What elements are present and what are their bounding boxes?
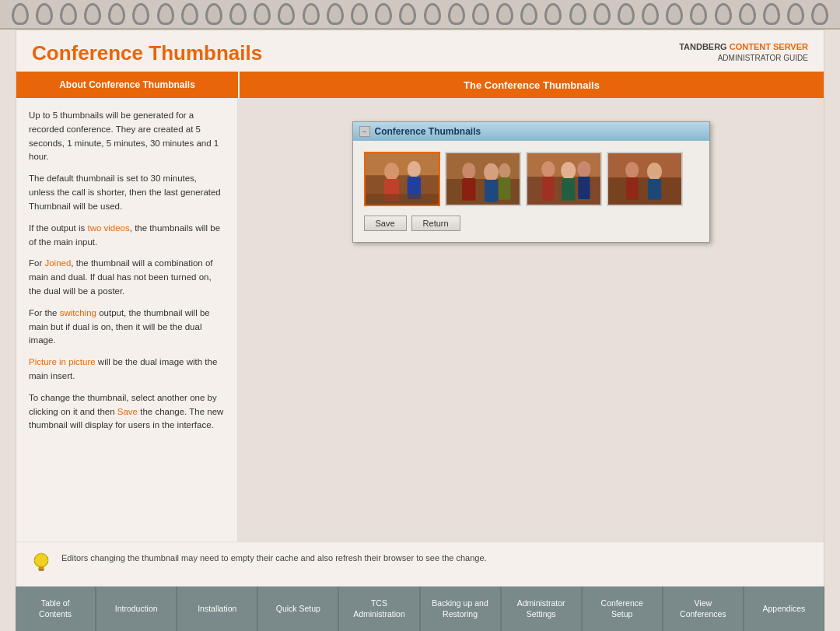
spiral-ring (399, 3, 416, 25)
joined-link[interactable]: Joined (44, 258, 71, 268)
brand-tandberg: TANDBERG (679, 42, 727, 51)
picture-in-picture-link[interactable]: Picture in picture (29, 357, 96, 366)
para-4: For Joined, the thumbnail will a combina… (29, 257, 225, 298)
spiral-ring (472, 3, 489, 25)
dialog-buttons: Save Return (364, 216, 698, 234)
spiral-ring (36, 3, 53, 25)
spiral-ring (157, 3, 174, 25)
tip-section: Editors changing the thumbnail may need … (16, 542, 824, 586)
nav-backing-up-restoring[interactable]: Backing up andRestoring (421, 587, 501, 631)
nav-introduction[interactable]: Introduction (96, 587, 177, 631)
spiral-ring (424, 3, 441, 25)
spiral-ring (254, 3, 271, 25)
switching-link[interactable]: switching (60, 308, 96, 317)
svg-point-13 (499, 163, 510, 178)
spiral-ring (327, 3, 344, 25)
page-title: Conference Thumbnails (32, 41, 262, 65)
svg-rect-10 (462, 178, 475, 201)
svg-point-25 (625, 162, 639, 178)
spiral-ring (351, 3, 368, 25)
save-button[interactable]: Save (364, 216, 407, 231)
nav-administrator-settings[interactable]: AdministratorSettings (502, 587, 582, 631)
svg-point-9 (462, 163, 475, 179)
brand-server: SERVER (773, 42, 808, 51)
spiral-binding (0, 0, 840, 30)
two-videos-link[interactable]: two videos (87, 223, 129, 233)
thumbnail-3[interactable] (526, 152, 602, 206)
spiral-ring (811, 3, 828, 25)
left-panel: Up to 5 thumbnails will be generated for… (16, 98, 238, 542)
save-inline-link[interactable]: Save (117, 407, 138, 416)
svg-rect-24 (608, 177, 681, 205)
right-panel: − Conference Thumbnails (238, 98, 824, 542)
para-4-prefix: For (29, 258, 44, 268)
content-area: Up to 5 thumbnails will be generated for… (16, 98, 824, 542)
svg-rect-26 (626, 177, 638, 200)
svg-rect-6 (366, 194, 439, 205)
spiral-ring (569, 3, 586, 25)
brand-content: CONTENT (730, 42, 771, 51)
brand-name: TANDBERG CONTENT SERVER (679, 41, 808, 53)
spiral-ring (12, 3, 29, 25)
main-content: Conference Thumbnails TANDBERG CONTENT S… (16, 30, 824, 587)
svg-line-34 (45, 555, 47, 556)
svg-rect-14 (499, 177, 510, 200)
svg-point-19 (561, 162, 576, 180)
para-6: Picture in picture will be the dual imag… (29, 356, 225, 384)
dialog-title-text: Conference Thumbnails (375, 126, 481, 137)
para-7: To change the thumbnail, select another … (29, 391, 225, 433)
svg-point-27 (646, 163, 661, 181)
nav-appendices[interactable]: Appendices (744, 587, 824, 631)
para-5-prefix: For the (29, 308, 60, 317)
tip-lightbulb-icon (29, 552, 54, 577)
tab-about[interactable]: About Conference Thumbnails (16, 72, 238, 98)
para-2: The default thumbnail is set to 30 minut… (29, 172, 225, 213)
svg-point-11 (483, 163, 498, 181)
dialog-body: Save Return (353, 141, 709, 242)
spiral-ring (448, 3, 465, 25)
nav-quick-setup[interactable]: Quick Setup (258, 587, 338, 631)
dialog-titlebar: − Conference Thumbnails (353, 122, 709, 141)
spiral-ring (593, 3, 611, 25)
svg-rect-32 (39, 570, 44, 571)
spiral-ring (618, 3, 635, 25)
spiral-ring (278, 3, 295, 25)
page-header: Conference Thumbnails TANDBERG CONTENT S… (16, 30, 824, 72)
spiral-ring (60, 3, 77, 25)
spiral-ring (787, 3, 804, 25)
spiral-ring (108, 3, 125, 25)
svg-point-17 (541, 161, 555, 177)
thumbnails-row (364, 152, 698, 206)
dialog-close-button[interactable]: − (359, 126, 370, 137)
spiral-ring (690, 3, 707, 25)
spiral-ring (132, 3, 149, 25)
nav-table-of-contents[interactable]: Table ofContents (16, 587, 96, 631)
para-3-prefix: If the output is (29, 223, 87, 233)
thumbnail-2[interactable] (445, 152, 521, 206)
tip-text: Editors changing the thumbnail may need … (61, 552, 487, 565)
svg-point-21 (577, 161, 590, 177)
svg-rect-28 (647, 179, 660, 200)
tab-conference-thumbnails[interactable]: The Conference Thumbnails (240, 72, 824, 98)
thumbnail-4[interactable] (607, 152, 683, 206)
svg-rect-18 (542, 177, 554, 201)
svg-point-4 (407, 161, 420, 177)
brand-guide: ADMINISTRATOR GUIDE (679, 53, 808, 64)
return-button[interactable]: Return (411, 216, 460, 231)
spiral-ring (520, 3, 537, 25)
bottom-navigation: Table ofContents Introduction Installati… (16, 587, 824, 631)
spiral-ring (375, 3, 392, 25)
spiral-ring (496, 3, 513, 25)
spiral-ring (229, 3, 247, 25)
brand-block: TANDBERG CONTENT SERVER ADMINISTRATOR GU… (679, 41, 808, 64)
nav-view-conferences[interactable]: ViewConferences (663, 587, 744, 631)
spiral-ring (715, 3, 732, 25)
spiral-ring (303, 3, 320, 25)
nav-conference-setup[interactable]: ConferenceSetup (583, 587, 663, 631)
spiral-ring (666, 3, 683, 25)
thumbnail-1[interactable] (364, 152, 440, 206)
spiral-ring (181, 3, 198, 25)
nav-tcs-administration[interactable]: TCSAdministration (339, 587, 419, 631)
spiral-ring (205, 3, 222, 25)
nav-installation[interactable]: Installation (177, 587, 257, 631)
